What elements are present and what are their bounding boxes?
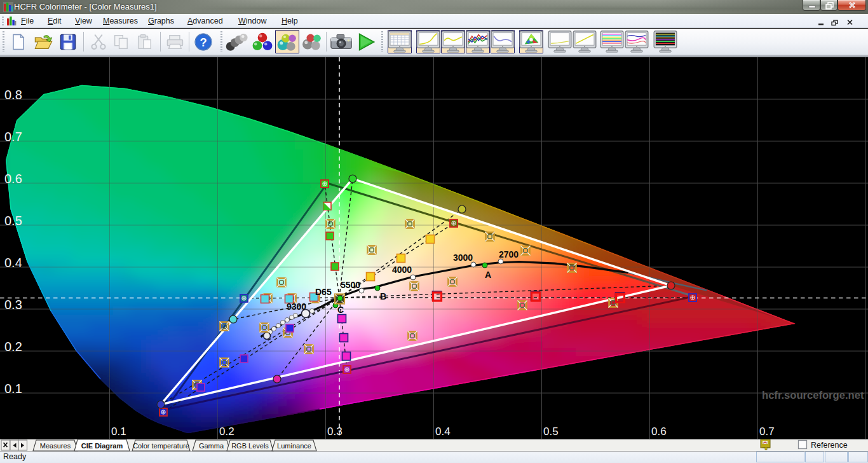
svg-text:3000: 3000 [453, 252, 473, 263]
svg-text:Measures: Measures [40, 442, 71, 450]
svg-text:0.5: 0.5 [543, 425, 559, 438]
svg-text:C: C [337, 305, 344, 315]
svg-text:Reference: Reference [811, 441, 848, 450]
svg-text:0.4: 0.4 [435, 425, 451, 438]
svg-text:2700: 2700 [499, 249, 519, 259]
svg-text:0.8: 0.8 [4, 88, 22, 102]
svg-text:0.6: 0.6 [651, 425, 667, 438]
svg-text:Color temperature: Color temperature [133, 442, 189, 450]
svg-text:Luminance: Luminance [277, 442, 311, 450]
svg-text:CIE Diagram: CIE Diagram [81, 442, 123, 450]
svg-text:A: A [485, 270, 491, 280]
svg-text:0.2: 0.2 [4, 340, 22, 354]
svg-text:hcfr.sourceforge.net: hcfr.sourceforge.net [762, 389, 864, 401]
svg-text:0.3: 0.3 [327, 425, 342, 438]
svg-text:0.3: 0.3 [4, 298, 22, 312]
svg-text:?: ? [200, 35, 207, 48]
svg-text:0.4: 0.4 [4, 256, 22, 270]
svg-text:Gamma: Gamma [199, 442, 224, 450]
svg-text:B: B [380, 291, 386, 301]
svg-text:RGB Levels: RGB Levels [231, 442, 269, 450]
svg-text:9300: 9300 [287, 301, 306, 312]
svg-text:0.1: 0.1 [111, 425, 126, 438]
svg-text:0.6: 0.6 [4, 172, 22, 186]
svg-text:0.5: 0.5 [4, 214, 22, 228]
svg-text:0.7: 0.7 [4, 130, 22, 144]
svg-text:0.7: 0.7 [759, 425, 775, 438]
svg-text:5500: 5500 [341, 280, 360, 290]
svg-text:0.2: 0.2 [219, 425, 234, 438]
svg-text:D65: D65 [315, 287, 332, 297]
svg-text:0.1: 0.1 [4, 382, 22, 396]
svg-text:4000: 4000 [392, 265, 412, 275]
